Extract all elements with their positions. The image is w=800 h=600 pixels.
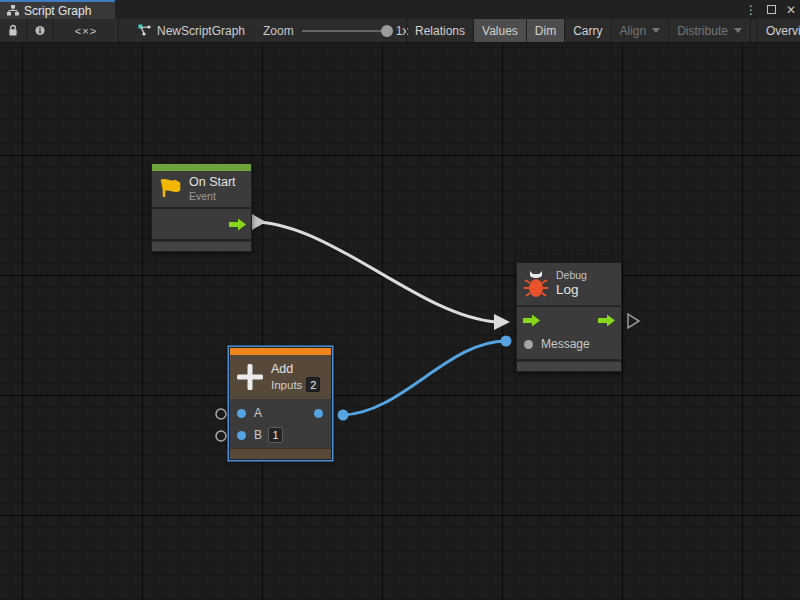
lock-icon (8, 24, 18, 37)
node-body: A B 1 (230, 399, 331, 448)
toolbar-right-group: Relations Values Dim Carry Align Distrib… (406, 19, 800, 42)
value-in-port-b[interactable] (237, 431, 246, 440)
node-add[interactable]: Add Inputs 2 A B 1 (229, 347, 332, 460)
distribute-label: Distribute (677, 24, 728, 38)
align-label: Align (620, 24, 647, 38)
maximize-icon[interactable] (767, 5, 776, 14)
chevron-down-icon (652, 28, 660, 33)
graph-hierarchy-icon (7, 5, 19, 16)
zoom-label: Zoom (263, 24, 294, 38)
node-accent-bar (152, 164, 251, 171)
toolbar-left-group: <×> (0, 19, 119, 42)
tab-title: Script Graph (24, 4, 91, 18)
plus-icon (236, 363, 264, 391)
carry-button[interactable]: Carry (565, 19, 610, 42)
tab-script-graph[interactable]: Script Graph (0, 0, 115, 19)
relations-button[interactable]: Relations (407, 19, 473, 42)
align-dropdown[interactable]: Align (612, 19, 669, 42)
node-debug-log[interactable]: Debug Log Message (516, 262, 622, 372)
port-a-label: A (254, 406, 262, 420)
node-title: On Start (189, 175, 236, 191)
node-header: Debug Log (517, 263, 621, 305)
node-accent-bar (230, 348, 331, 355)
port-b-label: B (254, 428, 262, 442)
port-row-b: B 1 (230, 424, 331, 446)
node-footer (152, 241, 251, 251)
tab-bar: Script Graph ⋮ ✕ (0, 0, 800, 19)
trigger-row (517, 307, 621, 333)
node-footer (517, 361, 621, 371)
zoom-control: Zoom 1x (263, 19, 408, 42)
graph-name-group[interactable]: NewScriptGraph (138, 19, 245, 42)
graph-canvas[interactable] (0, 43, 800, 600)
node-subtitle: Event (189, 190, 236, 203)
value-out-port[interactable] (314, 409, 323, 418)
window-controls: ⋮ ✕ (745, 0, 796, 19)
node-kicker: Debug (556, 269, 587, 282)
node-header: On Start Event (152, 171, 251, 207)
window-menu-icon[interactable]: ⋮ (745, 4, 757, 16)
zoom-slider-handle[interactable] (381, 25, 393, 37)
chevron-down-icon (734, 28, 742, 33)
toolbar-separator (118, 19, 119, 42)
graph-name-label: NewScriptGraph (157, 24, 245, 38)
flag-icon (158, 179, 182, 200)
lock-button[interactable] (0, 19, 26, 42)
zoom-slider[interactable] (302, 30, 388, 32)
flow-out-port-icon[interactable] (229, 218, 246, 231)
overview-button[interactable]: Overview (758, 19, 800, 42)
flow-in-port-icon[interactable] (523, 314, 540, 327)
port-b-value-field[interactable]: 1 (268, 427, 283, 443)
close-icon[interactable]: ✕ (786, 4, 796, 16)
node-footer (230, 448, 331, 459)
dim-button[interactable]: Dim (527, 19, 564, 42)
value-in-port-a[interactable] (237, 409, 246, 418)
node-header: Add Inputs 2 (230, 355, 331, 399)
node-on-start[interactable]: On Start Event (151, 163, 252, 252)
info-icon (35, 24, 45, 37)
distribute-dropdown[interactable]: Distribute (669, 19, 750, 42)
message-row: Message (517, 333, 621, 355)
node-title: Add (271, 362, 320, 378)
toolbar: <×> NewScriptGraph Zoom 1x Relations Val… (0, 19, 800, 43)
code-view-button[interactable]: <×> (54, 19, 118, 42)
info-button[interactable] (27, 19, 53, 42)
values-button[interactable]: Values (474, 19, 526, 42)
node-title: Log (556, 282, 587, 299)
script-graph-window: Script Graph ⋮ ✕ (0, 0, 800, 600)
bug-icon (523, 270, 549, 298)
inputs-label: Inputs (271, 378, 302, 392)
message-in-port[interactable] (524, 340, 533, 349)
message-label: Message (541, 337, 590, 351)
trigger-out-row (152, 209, 251, 239)
port-row-a: A (230, 402, 331, 424)
inputs-count-field[interactable]: 2 (306, 377, 320, 392)
flow-out-port-icon[interactable] (598, 314, 615, 327)
script-graph-icon (138, 24, 152, 37)
